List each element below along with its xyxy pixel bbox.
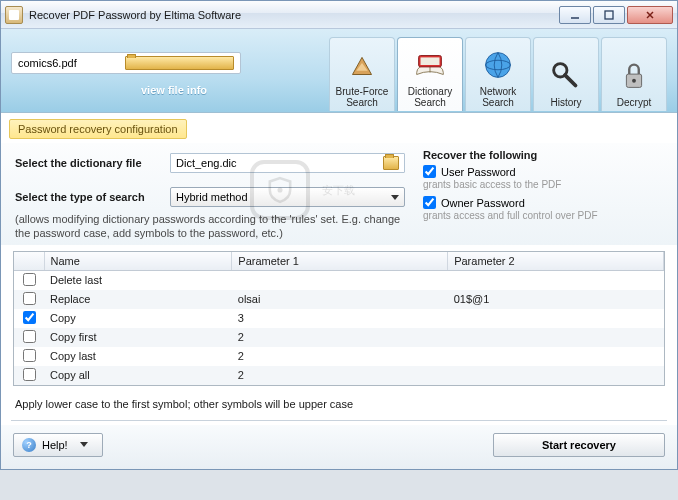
file-name: comics6.pdf (18, 57, 125, 69)
row-p2 (448, 366, 664, 385)
row-p2 (448, 328, 664, 347)
tab-label: History (550, 97, 581, 108)
row-p1: 2 (232, 366, 448, 385)
col-p2[interactable]: Parameter 2 (448, 252, 664, 271)
browse-file-icon[interactable] (125, 56, 234, 70)
table-row[interactable]: Copy first 2 (14, 328, 664, 347)
tab-label: Brute-Force Search (330, 86, 394, 108)
row-checkbox[interactable] (23, 349, 36, 362)
dictfile-value: Dict_eng.dic (176, 157, 379, 169)
chevron-down-icon (391, 195, 399, 200)
owner-password-desc: grants access and full control over PDF (423, 210, 663, 221)
row-checkbox[interactable] (23, 311, 36, 324)
searchtype-value: Hybrid method (176, 191, 391, 203)
table-row[interactable]: Copy all 2 (14, 366, 664, 385)
row-name: Copy (44, 309, 232, 328)
file-input[interactable]: comics6.pdf (11, 52, 241, 74)
section-header: Password recovery configuration (9, 119, 187, 139)
dictfile-label: Select the dictionary file (15, 157, 170, 169)
row-p2 (448, 309, 664, 328)
close-button[interactable] (627, 6, 673, 24)
dictfile-input[interactable]: Dict_eng.dic (170, 153, 405, 173)
row-p2: 01$@1 (448, 290, 664, 309)
help-button[interactable]: Help! (13, 433, 103, 457)
brute-force-icon (343, 46, 381, 84)
searchtype-label: Select the type of search (15, 191, 170, 203)
help-label: Help! (42, 439, 68, 451)
user-password-checkbox[interactable]: User Password (423, 165, 663, 178)
col-name[interactable]: Name (44, 252, 232, 271)
tab-label: Network Search (466, 86, 530, 108)
row-name: Copy first (44, 328, 232, 347)
start-recovery-button[interactable]: Start recovery (493, 433, 665, 457)
table-row[interactable]: Replace olsai 01$@1 (14, 290, 664, 309)
config-area: Select the dictionary file Dict_eng.dic … (1, 143, 677, 245)
table-row[interactable]: Copy 3 (14, 309, 664, 328)
row-p2 (448, 270, 664, 290)
tab-dictionary[interactable]: Dictionary Search (397, 37, 463, 111)
rules-table: Name Parameter 1 Parameter 2 Delete last… (13, 251, 665, 386)
owner-password-checkbox[interactable]: Owner Password (423, 196, 663, 209)
chevron-down-icon (80, 442, 88, 447)
col-p1[interactable]: Parameter 1 (232, 252, 448, 271)
window-title: Recover PDF Password by Eltima Software (29, 9, 557, 21)
user-password-desc: grants basic access to the PDF (423, 179, 663, 190)
dictionary-icon (411, 46, 449, 84)
col-checkbox (14, 252, 44, 271)
start-label: Start recovery (542, 439, 616, 451)
tab-label: Decrypt (617, 97, 651, 108)
row-name: Replace (44, 290, 232, 309)
row-checkbox[interactable] (23, 292, 36, 305)
svg-line-9 (565, 75, 575, 85)
searchtype-note: (allows modifying dictionary passwords a… (15, 213, 405, 241)
row-p1: 2 (232, 347, 448, 366)
rule-description: Apply lower case to the first symbol; ot… (1, 392, 677, 416)
recover-heading: Recover the following (423, 149, 663, 161)
svg-point-11 (632, 78, 636, 82)
history-icon (547, 57, 585, 95)
row-p1: olsai (232, 290, 448, 309)
row-p1: 2 (232, 328, 448, 347)
divider (11, 420, 667, 421)
svg-point-6 (486, 52, 511, 77)
titlebar: Recover PDF Password by Eltima Software (1, 1, 677, 29)
tab-brute-force[interactable]: Brute-Force Search (329, 37, 395, 111)
decrypt-icon (615, 57, 653, 95)
view-file-info-link[interactable]: view file info (141, 84, 329, 96)
owner-password-label: Owner Password (441, 197, 525, 209)
network-icon (479, 46, 517, 84)
browse-dict-icon[interactable] (383, 156, 399, 170)
top-toolbar: comics6.pdf view file info Brute-Force S… (1, 29, 677, 113)
row-name: Copy all (44, 366, 232, 385)
user-password-label: User Password (441, 166, 516, 178)
row-checkbox[interactable] (23, 330, 36, 343)
row-p1 (232, 270, 448, 290)
row-checkbox[interactable] (23, 368, 36, 381)
maximize-button[interactable] (593, 6, 625, 24)
table-row[interactable]: Copy last 2 (14, 347, 664, 366)
row-name: Delete last (44, 270, 232, 290)
svg-rect-1 (605, 11, 613, 19)
tab-history[interactable]: History (533, 37, 599, 111)
row-p1: 3 (232, 309, 448, 328)
minimize-button[interactable] (559, 6, 591, 24)
row-checkbox[interactable] (23, 273, 36, 286)
svg-rect-5 (421, 57, 440, 65)
searchtype-select[interactable]: Hybrid method (170, 187, 405, 207)
tab-network[interactable]: Network Search (465, 37, 531, 111)
app-logo-icon (5, 6, 23, 24)
help-icon (22, 438, 36, 452)
tab-decrypt[interactable]: Decrypt (601, 37, 667, 111)
row-p2 (448, 347, 664, 366)
row-name: Copy last (44, 347, 232, 366)
table-row[interactable]: Delete last (14, 270, 664, 290)
tab-label: Dictionary Search (398, 86, 462, 108)
